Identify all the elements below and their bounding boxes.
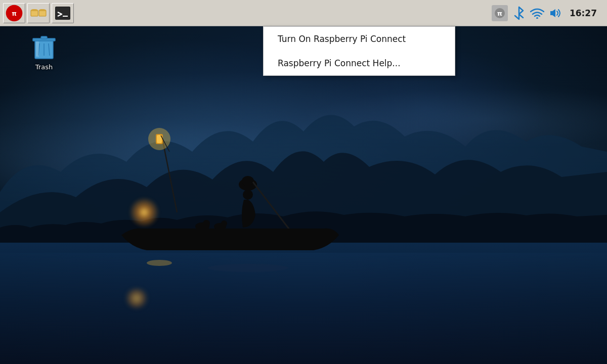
trash-icon-label: Trash — [35, 63, 53, 71]
rpi-menu-button[interactable]: π — [3, 3, 25, 23]
taskbar: π — [0, 0, 607, 26]
connect-help-menu-item[interactable]: Raspberry Pi Connect Help... — [264, 51, 455, 75]
svg-point-10 — [203, 220, 210, 227]
svg-point-14 — [207, 264, 288, 272]
context-menu: Turn On Raspberry Pi Connect Raspberry P… — [263, 26, 455, 76]
svg-point-7 — [243, 190, 253, 200]
trash-desktop-icon[interactable]: Trash — [21, 33, 67, 71]
svg-point-6 — [242, 176, 254, 186]
svg-rect-31 — [36, 41, 39, 57]
desktop: π — [0, 0, 607, 364]
system-tray: π — [488, 5, 604, 21]
boat-scene — [91, 111, 374, 288]
turn-on-connect-menu-item[interactable]: Turn On Raspberry Pi Connect — [264, 27, 455, 51]
svg-point-13 — [147, 260, 172, 266]
svg-rect-27 — [41, 36, 47, 39]
volume-tray-icon[interactable] — [548, 6, 562, 20]
bluetooth-tray-icon[interactable] — [512, 6, 526, 20]
file-manager-button[interactable] — [27, 3, 50, 23]
terminal-button[interactable] — [52, 3, 74, 23]
svg-point-12 — [221, 220, 227, 226]
svg-text:π: π — [497, 10, 502, 17]
lantern-glow-reflection — [124, 288, 149, 308]
clock: 16:27 — [567, 8, 600, 18]
taskbar-left: π — [3, 3, 488, 23]
wifi-tray-icon[interactable] — [530, 6, 544, 20]
svg-text:π: π — [12, 10, 17, 17]
svg-rect-20 — [56, 7, 70, 19]
rpi-connect-tray-icon[interactable]: π — [492, 5, 508, 21]
trash-icon — [31, 33, 57, 61]
svg-point-24 — [536, 17, 538, 19]
